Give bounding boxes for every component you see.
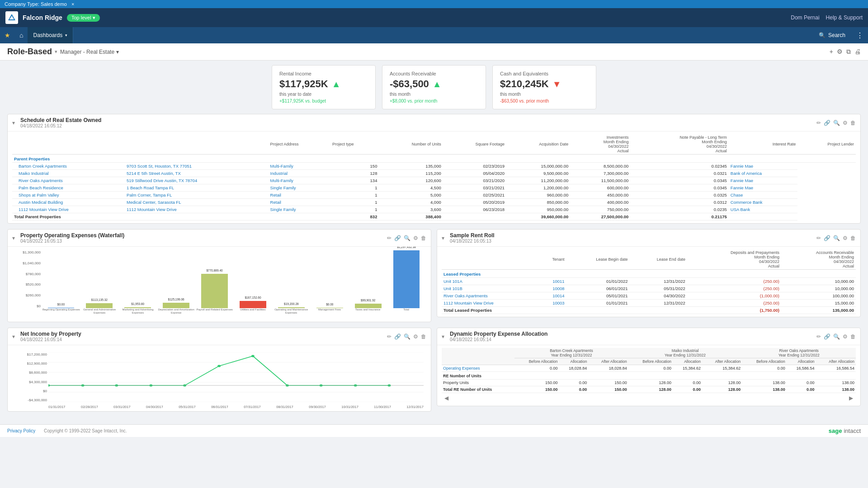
wf-bar[interactable]: $113,135.32 — [86, 303, 113, 308]
sre-col-address[interactable]: 5214 E 5th Street Austin, TX — [125, 170, 269, 177]
waterfall-collapse-icon[interactable]: ▾ — [12, 235, 15, 241]
net-income-search-icon[interactable]: 🔍 — [404, 333, 410, 340]
wf-bar[interactable]: $167,152.60 — [240, 301, 266, 309]
rent-roll-edit-icon[interactable]: ✏ — [816, 235, 821, 241]
sre-col-type[interactable]: Single Family — [269, 206, 330, 213]
add-icon[interactable]: + — [830, 48, 833, 56]
sre-col-address[interactable]: 1 Beach Road Tampa FL — [125, 184, 269, 192]
net-income-settings-icon[interactable]: ⚙ — [413, 333, 418, 340]
company-banner-text: Company Type: Sales demo — [5, 1, 67, 7]
alloc-prev-icon[interactable]: ◀ — [444, 395, 448, 401]
rent-roll-settings-icon[interactable]: ⚙ — [843, 235, 848, 241]
dashboards-nav[interactable]: Dashboards ▾ — [28, 27, 73, 43]
footer-right: sage intacct — [829, 427, 861, 434]
table-row: 1112 Mountain View Drive 1112 Mountain V… — [12, 206, 856, 213]
schedule-search-icon[interactable]: 🔍 — [833, 120, 840, 126]
sre-col-address[interactable]: 9703 Scott St, Houston, TX 77051 — [125, 163, 269, 170]
help-support-link[interactable]: Help & Support — [826, 14, 863, 21]
sre-col-lender[interactable]: Bank of America — [729, 170, 797, 177]
sre-col-address[interactable]: Medical Center, Sarasota FL — [125, 199, 269, 206]
dynamic-alloc-delete-icon[interactable]: 🗑 — [850, 333, 856, 340]
dashboard-body: ▾ Schedule of Real Estate Owned 04/18/20… — [0, 114, 868, 424]
sre-col-type[interactable]: Retail — [269, 192, 330, 199]
dynamic-alloc-settings-icon[interactable]: ⚙ — [843, 333, 848, 340]
sre-col-type[interactable]: Multi-Family — [269, 163, 330, 170]
wf-bar[interactable]: $99,901.92 — [355, 304, 382, 308]
privacy-link[interactable]: Privacy Policy — [7, 428, 35, 433]
dynamic-alloc-search-icon[interactable]: 🔍 — [833, 333, 840, 340]
sre-col-lender[interactable]: Fannie Mae — [729, 163, 797, 170]
more-options-icon[interactable]: ⋮ — [852, 31, 868, 40]
settings-icon[interactable]: ⚙ — [837, 48, 843, 56]
sre-col-lender[interactable]: Fannie Mae — [729, 177, 797, 184]
wf-bars-area: $0.00$113,135.32$1,953.80$125,199.06$770… — [42, 250, 425, 308]
page-title-area: Role-Based ▾ Manager - Real Estate ▾ — [7, 47, 119, 56]
sre-col-type[interactable]: Industrial — [269, 170, 330, 177]
net-income-edit-icon[interactable]: ✏ — [387, 333, 392, 340]
dynamic-alloc-link-icon[interactable]: 🔗 — [824, 333, 830, 340]
wf-bar[interactable]: $770,889.40 — [201, 274, 228, 308]
wf-bar[interactable]: $1,297,432.38 — [393, 250, 420, 308]
user-name[interactable]: Dom Pernai — [791, 14, 819, 21]
net-income-collapse-icon[interactable]: ▾ — [12, 333, 15, 340]
kpi-cash-value-row: $210,245K ▼ — [500, 78, 589, 90]
sre-col-address[interactable]: 519 Stillwood Drive Austin, TX 78704 — [125, 177, 269, 184]
sre-col-lender[interactable]: Fannie Mae — [729, 184, 797, 192]
net-income-delete-icon[interactable]: 🗑 — [421, 333, 426, 340]
sre-col-address[interactable]: 1112 Mountain View Drive — [125, 206, 269, 213]
waterfall-search-icon[interactable]: 🔍 — [404, 235, 410, 241]
sre-col-lender[interactable]: Chase — [729, 192, 797, 199]
schedule-edit-icon[interactable]: ✏ — [816, 120, 821, 126]
rr-th-begin: Lease Begin date — [566, 249, 630, 270]
alloc-next-icon[interactable]: ▶ — [849, 395, 853, 401]
sre-col-lender[interactable]: Commerce Bank — [729, 199, 797, 206]
kpi-rental-sub: +$117,925K vs. budget — [279, 99, 368, 103]
net-income-title: Net Income by Property — [20, 331, 81, 337]
table-row: RE Number of Units — [442, 372, 856, 380]
alloc-scroll[interactable]: Barton Creek ApartmentsYear Ending 12/31… — [442, 348, 856, 393]
sre-col-units: 1 — [330, 199, 379, 206]
rent-roll-delete-icon[interactable]: 🗑 — [850, 235, 856, 241]
rent-roll-collapse-icon[interactable]: ▾ — [442, 235, 444, 241]
sre-th-type: Project type — [330, 134, 379, 155]
sre-col-units: 134 — [330, 177, 379, 184]
net-income-chart-area: $17,200,000$12,900,000$8,600,000$4,300,0… — [8, 345, 431, 411]
schedule-settings-icon[interactable]: ⚙ — [843, 120, 848, 126]
dynamic-alloc-subtitle: 04/18/2022 16:05:14 — [450, 337, 547, 342]
waterfall-link-icon[interactable]: 🔗 — [394, 235, 401, 241]
sre-col-type[interactable]: Single Family — [269, 184, 330, 192]
waterfall-delete-icon[interactable]: 🗑 — [421, 235, 426, 241]
print-icon[interactable]: 🖨 — [854, 48, 861, 56]
page-title-chevron-icon: ▾ — [55, 49, 57, 55]
rent-roll-search-icon[interactable]: 🔍 — [833, 235, 840, 241]
sre-th-interest: Interest Rate — [729, 134, 797, 155]
app-logo[interactable] — [5, 11, 18, 24]
kpi-ar-arrow-icon: ▲ — [433, 79, 442, 89]
favorites-icon[interactable]: ★ — [0, 32, 15, 39]
schedule-delete-icon[interactable]: 🗑 — [850, 120, 856, 126]
search-nav[interactable]: 🔍 Search — [812, 32, 852, 38]
waterfall-settings-icon[interactable]: ⚙ — [413, 235, 418, 241]
dynamic-alloc-collapse-icon[interactable]: ▾ — [442, 333, 444, 340]
schedule-link-icon[interactable]: 🔗 — [824, 120, 830, 126]
table-row: River Oaks Apartments 519 Stillwood Driv… — [12, 177, 856, 184]
home-icon[interactable]: ⌂ — [15, 32, 28, 39]
sre-col-notepayable: 8,500,000.00 — [570, 163, 630, 170]
net-income-subtitle: 04/18/2022 16:05:14 — [20, 337, 81, 342]
banner-close-icon[interactable]: × — [71, 1, 74, 7]
waterfall-edit-icon[interactable]: ✏ — [387, 235, 392, 241]
net-income-link-icon[interactable]: 🔗 — [394, 333, 401, 340]
manager-dropdown[interactable]: Manager - Real Estate ▾ — [60, 49, 119, 55]
dynamic-alloc-edit-icon[interactable]: ✏ — [816, 333, 821, 340]
sre-col-address[interactable]: Palm Corner, Tampa FL — [125, 192, 269, 199]
sre-col-type[interactable]: Multi-Family — [269, 177, 330, 184]
schedule-collapse-icon[interactable]: ▾ — [12, 120, 15, 126]
sre-col-interest: 0.0321 — [630, 170, 728, 177]
rent-roll-link-icon[interactable]: 🔗 — [824, 235, 830, 241]
copy-icon[interactable]: ⧉ — [846, 48, 851, 56]
top-level-badge[interactable]: Top level ▾ — [67, 14, 100, 22]
sre-col-lender[interactable]: USA Bank — [729, 206, 797, 213]
sre-col-type[interactable]: Retail — [269, 199, 330, 206]
waterfall-chart: $1,300,000$1,040,000$780,000$520,000$260… — [11, 250, 427, 318]
wf-bar[interactable]: $125,199.06 — [163, 303, 189, 308]
